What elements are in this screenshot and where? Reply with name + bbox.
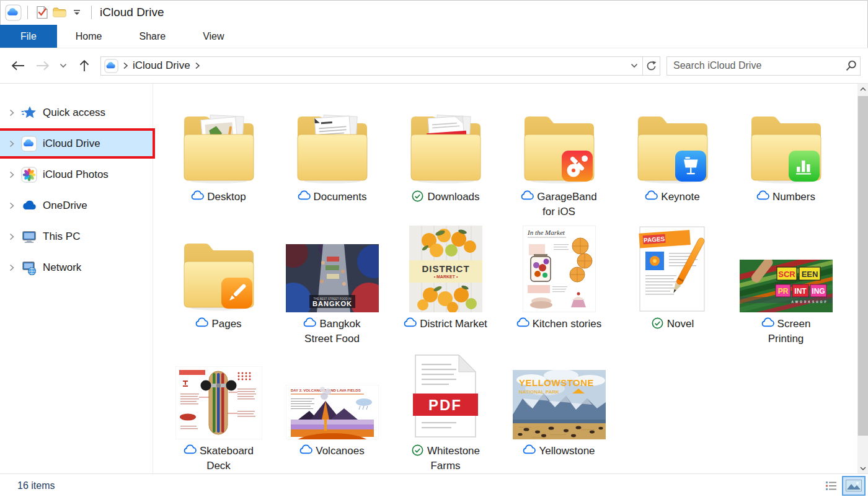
- cloud-status-icon: [516, 317, 529, 330]
- chevron-right-icon[interactable]: [195, 62, 200, 69]
- back-arrow-icon: [11, 61, 25, 71]
- window-title: iCloud Drive: [100, 6, 164, 19]
- file-label: Volcanoes: [299, 444, 364, 459]
- search-input[interactable]: [667, 60, 841, 71]
- status-bar: 16 items: [0, 473, 868, 497]
- file-label: Novel: [651, 317, 694, 332]
- forward-button[interactable]: [31, 56, 55, 76]
- icloud-drive-icon: [104, 59, 118, 73]
- thumbnail-view-button[interactable]: [842, 476, 866, 496]
- pdf-thumbnail: PDF: [389, 353, 502, 439]
- file-label: Pages: [195, 317, 241, 332]
- folder-thumbnail: [162, 99, 275, 185]
- cloud-status-icon: [523, 444, 536, 457]
- cloud-status-icon: [299, 444, 312, 457]
- expand-chevron-icon[interactable]: [8, 264, 16, 271]
- sidebar-item-network[interactable]: Network: [0, 255, 153, 280]
- tab-share[interactable]: Share: [120, 25, 184, 48]
- cloud-status-icon: [645, 190, 658, 203]
- back-button[interactable]: [5, 56, 31, 76]
- file-tile-bangkok[interactable]: THE BEST STREET FOOD IN BANGKOK Bangkok …: [275, 226, 389, 353]
- expand-chevron-icon[interactable]: [8, 202, 16, 209]
- document-thumbnail: [162, 353, 275, 439]
- file-label: Keynote: [645, 190, 699, 205]
- recent-locations-button[interactable]: [55, 56, 72, 76]
- sidebar-item-label: This PC: [43, 231, 80, 243]
- properties-icon: [36, 6, 48, 19]
- sidebar-item-label: Quick access: [43, 107, 105, 119]
- synced-status-icon: [411, 190, 424, 203]
- address-bar[interactable]: iCloud Drive: [100, 56, 643, 76]
- sidebar-item-icloud-drive[interactable]: iCloud Drive: [0, 131, 153, 156]
- file-tile-whitestone-farms[interactable]: PDF Whitestone Farms: [389, 353, 502, 473]
- file-label: Documents: [298, 190, 367, 205]
- scroll-down-button[interactable]: [857, 463, 868, 473]
- svg-text:A W O R K S H O P: A W O R K S H O P: [791, 301, 826, 304]
- synced-status-icon: [651, 317, 664, 330]
- file-tile-keynote[interactable]: Keynote: [616, 99, 729, 226]
- navigation-bar: iCloud Drive: [0, 48, 868, 84]
- file-tile-documents[interactable]: Documents: [275, 99, 389, 226]
- vertical-scrollbar[interactable]: [857, 84, 868, 473]
- search-button[interactable]: [841, 59, 860, 72]
- sidebar-item-label: iCloud Drive: [43, 138, 100, 150]
- file-tile-desktop[interactable]: Desktop: [162, 99, 275, 226]
- tab-view[interactable]: View: [184, 25, 242, 48]
- file-tile-volcanoes[interactable]: DAY 2. VOLCANOES AND LAVA FIELDS: [275, 353, 389, 473]
- chevron-down-icon: [631, 63, 638, 68]
- file-tile-skateboard-deck[interactable]: Skateboard Deck: [162, 353, 275, 473]
- sidebar-item-icloud-photos[interactable]: iCloud Photos: [0, 162, 153, 187]
- breadcrumb-segment[interactable]: iCloud Drive: [133, 59, 190, 72]
- properties-button[interactable]: [33, 4, 51, 21]
- explorer-window: iCloud Drive File Home Share View: [0, 0, 868, 497]
- file-tile-kitchen-stories[interactable]: In the Market: [502, 226, 616, 353]
- file-label: Whitestone Farms: [411, 444, 480, 473]
- search-box[interactable]: [666, 56, 861, 76]
- file-tile-screen-printing[interactable]: SCR EEN PR INT ING A W O R K S H O P: [729, 226, 843, 353]
- customize-qat-button[interactable]: [68, 4, 86, 21]
- tab-home[interactable]: Home: [57, 25, 121, 48]
- refresh-button[interactable]: [643, 56, 660, 76]
- breadcrumb[interactable]: iCloud Drive: [101, 59, 626, 73]
- monitor-icon: [21, 229, 37, 245]
- new-folder-button[interactable]: [51, 4, 68, 21]
- chevron-up-icon: [860, 87, 866, 91]
- sidebar-item-label: iCloud Photos: [43, 169, 108, 181]
- expand-chevron-icon[interactable]: [8, 233, 16, 240]
- photo-thumbnail: YELLOWSTONE NATIONAL PARK: [502, 353, 616, 439]
- file-tile-district-market[interactable]: DISTRICT • MARKET • District Market: [389, 226, 502, 353]
- tab-file[interactable]: File: [0, 25, 57, 48]
- file-tile-yellowstone[interactable]: YELLOWSTONE NATIONAL PARK: [502, 353, 616, 473]
- chevron-down-icon: [60, 63, 67, 68]
- up-button[interactable]: [72, 56, 97, 76]
- icloud-app-icon: [5, 4, 22, 21]
- scroll-up-button[interactable]: [857, 84, 868, 94]
- kitchen-title-text: In the Market: [527, 229, 565, 236]
- chevron-right-icon[interactable]: [123, 62, 128, 69]
- address-dropdown-button[interactable]: [626, 57, 642, 75]
- expand-chevron-icon[interactable]: [8, 109, 16, 117]
- ribbon-tab-bar: File Home Share View: [0, 25, 868, 48]
- cloud-status-icon: [298, 190, 311, 203]
- file-tile-novel[interactable]: PAGES: [616, 226, 729, 353]
- sidebar-item-quick-access[interactable]: Quick access: [0, 100, 153, 125]
- folder-thumbnail: [162, 226, 275, 312]
- cloud-status-icon: [521, 190, 534, 203]
- scrollbar-thumb[interactable]: [857, 96, 868, 436]
- file-tile-pages[interactable]: Pages: [162, 226, 275, 353]
- poster-thumbnail: DISTRICT • MARKET •: [389, 226, 502, 312]
- file-tile-garageband[interactable]: GarageBand for iOS: [502, 99, 616, 226]
- expand-chevron-icon[interactable]: [8, 171, 16, 178]
- divider: [91, 6, 92, 19]
- screenprint-text: EEN: [801, 270, 818, 279]
- expand-chevron-icon[interactable]: [8, 140, 16, 147]
- file-tile-numbers[interactable]: Numbers: [729, 99, 843, 226]
- sidebar-item-onedrive[interactable]: OneDrive: [0, 193, 153, 218]
- title-bar: iCloud Drive: [0, 0, 868, 25]
- file-tile-downloads[interactable]: PDF Downloads: [389, 99, 502, 226]
- details-view-icon: [825, 481, 837, 491]
- folder-thumbnail: [616, 99, 729, 185]
- navigation-pane: Quick access iCloud Drive: [0, 84, 153, 473]
- sidebar-item-this-pc[interactable]: This PC: [0, 224, 153, 249]
- details-view-button[interactable]: [822, 477, 839, 495]
